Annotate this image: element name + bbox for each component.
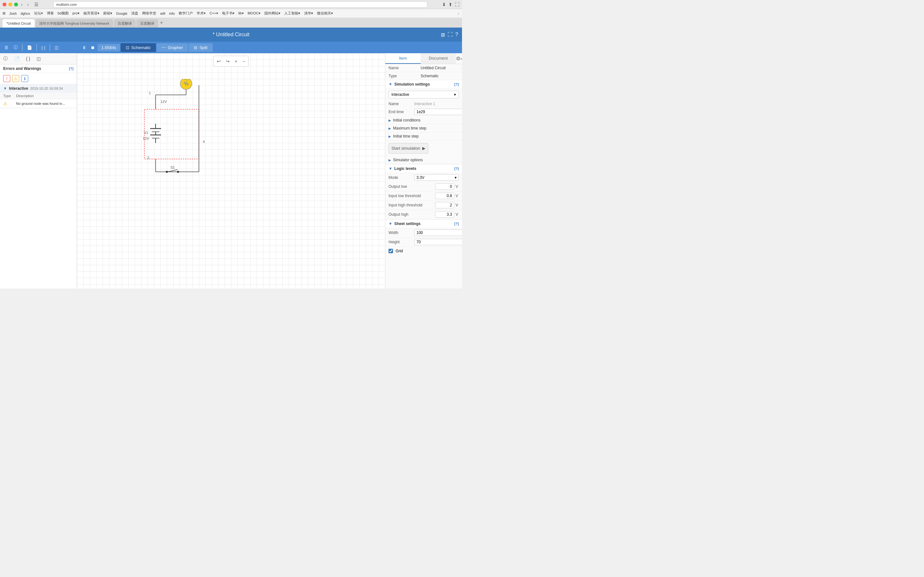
- initial-conditions-row[interactable]: ▶ Initial conditions: [385, 116, 462, 124]
- download-button[interactable]: ⬇: [442, 2, 446, 7]
- tab-baidu2[interactable]: 百度翻译: [136, 19, 158, 27]
- input-low-threshold-input[interactable]: [435, 193, 454, 199]
- maximize-button[interactable]: [14, 3, 18, 6]
- bookmark-yangfangying[interactable]: 杨芳英语▾: [83, 11, 99, 16]
- minimize-button[interactable]: [8, 3, 12, 6]
- close-button[interactable]: [3, 3, 6, 6]
- bookmark-dianzishu[interactable]: 电子书▾: [222, 11, 234, 16]
- bookmarks-more[interactable]: »: [457, 11, 459, 15]
- pause-button[interactable]: ⏸: [80, 44, 88, 51]
- fullscreen-app-button[interactable]: ⛶: [447, 32, 453, 38]
- bookmark-apps[interactable]: ⊞: [3, 11, 5, 15]
- bookmark-bdnaotu[interactable]: bd脑图: [58, 11, 69, 16]
- sheet-settings-help[interactable]: [?]: [454, 222, 459, 226]
- errors-help-btn[interactable]: [?]: [69, 67, 73, 71]
- logic-levels-header[interactable]: ▼ Logic levels [?]: [385, 164, 462, 173]
- bookmark-luntan[interactable]: 论坛▾: [34, 11, 43, 16]
- filter-error-btn[interactable]: !: [3, 75, 10, 82]
- help-button[interactable]: ?: [455, 32, 458, 38]
- start-simulation-button[interactable]: Start simulation ▶: [389, 143, 428, 153]
- redo-button[interactable]: ↪: [224, 57, 232, 65]
- panel-tab-code[interactable]: { }: [23, 53, 33, 64]
- bookmark-cpp[interactable]: C++▾: [210, 11, 218, 15]
- error-group-header[interactable]: ▼ Interactive 2019-10-20 16:09:34: [0, 84, 77, 93]
- input-high-threshold-input[interactable]: [435, 202, 454, 208]
- panel-expand-button[interactable]: ›: [460, 53, 462, 64]
- initial-time-step-row[interactable]: ▶ Initial time step: [385, 132, 462, 140]
- output-high-input[interactable]: [435, 211, 454, 218]
- canvas-area[interactable]: ↩ ↪ + −: [77, 53, 385, 288]
- panel-tab-doc[interactable]: 📄: [11, 53, 23, 64]
- bookmark-lib[interactable]: lib▾: [238, 11, 244, 15]
- label-12v-top: 12V: [160, 100, 167, 103]
- sheet-width-input[interactable]: [414, 229, 462, 236]
- output-low-input[interactable]: [435, 183, 454, 190]
- bookmark-mooc[interactable]: MOOC▾: [248, 11, 260, 15]
- grapher-tab[interactable]: 〰 Grapher: [157, 43, 188, 52]
- fullscreen-button[interactable]: ⛶: [455, 2, 459, 7]
- type-value: Schematic: [421, 74, 459, 78]
- bookmark-wifi[interactable]: wifi: [160, 11, 165, 15]
- bookmark-boke[interactable]: 博客: [47, 11, 54, 16]
- bookmark-wangluoxuetang[interactable]: 网络学堂: [142, 11, 156, 16]
- bookmark-qingpan[interactable]: 清盘: [131, 11, 138, 16]
- address-bar[interactable]: multisim.com: [53, 1, 427, 8]
- code-button[interactable]: { }: [39, 44, 47, 51]
- panel-settings-button[interactable]: ⚙: [456, 53, 460, 64]
- logic-levels-help[interactable]: [?]: [454, 167, 459, 171]
- open-external-button[interactable]: ⊞: [441, 32, 445, 38]
- tab-item[interactable]: Item: [385, 53, 421, 64]
- tab-document[interactable]: Document: [421, 53, 456, 64]
- panel-tab-info[interactable]: ⓘ: [0, 53, 11, 64]
- max-time-step-row[interactable]: ▶ Maximum time step: [385, 124, 462, 132]
- tab-label: 百度翻译: [118, 21, 132, 26]
- simulation-settings-header[interactable]: ▼ Simulation settings [?]: [385, 80, 462, 89]
- bookmark-info[interactable]: info: [169, 11, 175, 15]
- stop-button[interactable]: ⏹: [89, 44, 97, 51]
- bookmark-google[interactable]: Google: [116, 11, 128, 15]
- share-button[interactable]: ⬆: [449, 2, 452, 7]
- endtime-input[interactable]: [414, 109, 462, 115]
- logic-mode-select[interactable]: 3.3V ▾: [414, 174, 459, 181]
- sheet-settings-header[interactable]: ▼ Sheet settings [?]: [385, 219, 462, 228]
- panel-tab-export[interactable]: ◫: [33, 53, 44, 64]
- bookmark-guowai[interactable]: 国外网站▾: [264, 11, 280, 16]
- logic-levels-arrow-icon: ▼: [389, 166, 393, 171]
- simulator-options-row[interactable]: ▶ Simulator options: [385, 156, 462, 164]
- filter-info-btn[interactable]: ℹ: [21, 75, 28, 82]
- tab-baidu1[interactable]: 百度翻译: [114, 19, 136, 27]
- filter-warning-btn[interactable]: ⚠: [12, 75, 19, 82]
- sheet-height-input[interactable]: [414, 239, 462, 245]
- back-button[interactable]: ‹: [20, 1, 24, 8]
- bookmark-xueshu[interactable]: 学术▾: [197, 11, 206, 16]
- bookmark-josh[interactable]: Josh: [9, 11, 17, 15]
- info-button[interactable]: ⓘ: [11, 43, 19, 52]
- zoom-out-button[interactable]: −: [241, 57, 247, 65]
- panel-toggle-button[interactable]: ☰: [3, 44, 10, 51]
- document-button[interactable]: 📄: [25, 44, 34, 51]
- grid-row: Grid: [385, 247, 462, 255]
- bookmark-pro[interactable]: pro▾: [73, 11, 79, 15]
- schematic-tab[interactable]: ⊡ Schematic: [121, 43, 156, 52]
- bookmark-youxiang[interactable]: 邮箱▾: [103, 11, 112, 16]
- logic-mode-dropdown-icon: ▾: [455, 175, 457, 180]
- grid-checkbox[interactable]: [389, 249, 393, 253]
- bookmark-rengong[interactable]: 人工智能▾: [284, 11, 300, 16]
- tab-untitled-circuit[interactable]: *Untitled Circuit: [3, 19, 35, 27]
- tab-tsinghua[interactable]: 清华大学校园网 Tsinghua University Network: [35, 19, 113, 27]
- sim-settings-arrow-icon: ▼: [389, 82, 393, 87]
- bookmark-jiaoxuemenhu[interactable]: 教学门户: [179, 11, 193, 16]
- split-tab[interactable]: ⊟ Split: [189, 43, 212, 52]
- error-row[interactable]: ⚠ No ground node was found in...: [0, 99, 77, 108]
- bookmark-qinghua[interactable]: 清华▾: [304, 11, 313, 16]
- export-button[interactable]: ◫: [53, 44, 60, 51]
- undo-button[interactable]: ↩: [215, 57, 223, 65]
- forward-button[interactable]: ›: [26, 1, 30, 8]
- sim-type-select[interactable]: Interactive ▾: [389, 91, 459, 98]
- bookmark-weixin[interactable]: 微信相关▾: [317, 11, 333, 16]
- sidebar-toggle-button[interactable]: ☰: [34, 2, 39, 7]
- sim-settings-help[interactable]: [?]: [454, 82, 459, 86]
- zoom-in-button[interactable]: +: [233, 57, 239, 65]
- new-tab-button[interactable]: +: [160, 20, 163, 26]
- bookmark-dghcs[interactable]: dghcs: [21, 11, 30, 15]
